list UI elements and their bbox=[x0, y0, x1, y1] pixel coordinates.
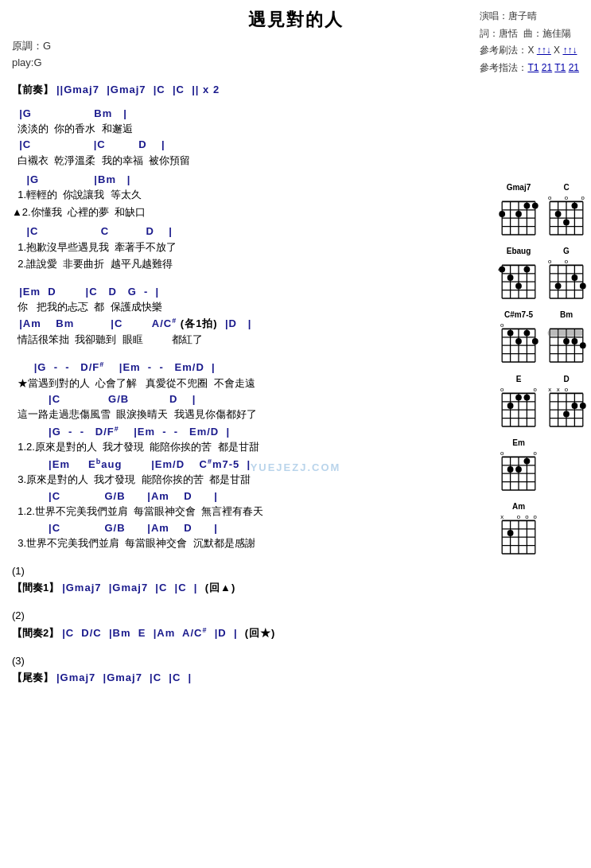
lyric-dandande: 淡淡的 你的香水 和邂逅 bbox=[12, 121, 579, 137]
singer: 演唱：唐子晴 bbox=[480, 8, 579, 25]
bm-grid bbox=[546, 321, 587, 366]
svg-point-10 bbox=[499, 211, 505, 217]
chord-diagram-csharpm75: C#m7-5 o bbox=[498, 310, 539, 366]
chord-diagram-d: D x x o bbox=[546, 375, 587, 430]
chord-am-bm-c-ac: |Am Bm |C A/C# (各1拍) |D | bbox=[12, 316, 579, 332]
meta-right: 演唱：唐子晴 詞：唐恬 曲：施佳陽 參考刷法：X ↑↑↓ X ↑↑↓ 參考指法：… bbox=[480, 8, 579, 76]
chord-chorus1: |G - - D/F# |Em - - Em/D | bbox=[12, 360, 579, 376]
svg-text:o: o bbox=[548, 194, 551, 201]
svg-point-149 bbox=[507, 530, 514, 536]
lyric-2-shui: 2.誰說愛 非要曲折 越平凡越難得 bbox=[12, 256, 579, 272]
svg-point-42 bbox=[507, 274, 514, 281]
chord-chorus5: |C G/B |Am D | bbox=[12, 489, 579, 504]
svg-text:o: o bbox=[525, 513, 528, 520]
lyric-1-bao: 1.抱歉沒早些遇見我 牽著手不放了 bbox=[12, 239, 579, 255]
chord-row-5: Em o o bbox=[498, 438, 587, 494]
chord-row-1: Gmaj7 C bbox=[498, 183, 587, 239]
svg-text:o: o bbox=[581, 194, 585, 201]
ref-tab-1[interactable]: T1 bbox=[527, 62, 539, 73]
chord-diagram-em: Em o o bbox=[498, 438, 539, 494]
lyric-12-shi: 1.2.世界不完美我們並肩 每當眼神交會 無言裡有春天 bbox=[12, 504, 579, 520]
ref-tab-3[interactable]: T1 bbox=[554, 62, 566, 73]
svg-text:x: x bbox=[548, 385, 551, 392]
svg-point-57 bbox=[555, 283, 562, 290]
svg-point-58 bbox=[571, 274, 577, 281]
svg-text:o: o bbox=[534, 513, 537, 520]
svg-point-119 bbox=[580, 403, 586, 409]
svg-point-71 bbox=[507, 330, 514, 337]
svg-rect-85 bbox=[548, 330, 583, 337]
svg-point-134 bbox=[523, 457, 530, 464]
svg-text:o: o bbox=[517, 513, 520, 520]
chord-row-6: Am x o o o bbox=[498, 502, 587, 558]
interlude1-num: (1) bbox=[12, 563, 579, 579]
svg-text:o: o bbox=[500, 321, 504, 329]
lyricist-composer: 詞：唐恬 曲：施佳陽 bbox=[480, 25, 579, 43]
em-grid: o o bbox=[498, 449, 539, 494]
ebaug-grid: 4 bbox=[498, 257, 539, 302]
svg-point-43 bbox=[515, 283, 522, 290]
verse1-chord1: |G Bm | 淡淡的 你的香水 和邂逅 |C |C D | 白襯衣 乾淨溫柔 … bbox=[12, 107, 579, 168]
ref-tab-2[interactable]: 21 bbox=[542, 62, 552, 73]
svg-point-118 bbox=[563, 411, 570, 417]
chord-chorus3: |G - - D/F# |Em - - Em/D | bbox=[12, 424, 579, 440]
chord-diagram-e: E o o bbox=[498, 375, 539, 430]
svg-text:o: o bbox=[548, 258, 551, 265]
interlude1-tag: 【間奏1】 bbox=[12, 582, 59, 594]
svg-text:o: o bbox=[565, 194, 568, 201]
chord-diagram-gmaj7: Gmaj7 bbox=[498, 183, 539, 239]
am-grid: x o o o bbox=[498, 512, 539, 558]
lyric-star-dang: ★當遇到對的人 心會了解 真愛從不兜圈 不會走遠 bbox=[12, 376, 579, 391]
svg-point-74 bbox=[532, 338, 539, 344]
verse1-chord3: |C C D | 1.抱歉沒早些遇見我 牽著手不放了 2.誰說愛 非要曲折 越平… bbox=[12, 224, 579, 271]
svg-point-72 bbox=[515, 338, 522, 344]
svg-point-87 bbox=[571, 338, 577, 344]
ref-strum-2[interactable]: ↑↑↓ bbox=[562, 45, 577, 56]
d-grid: x x o bbox=[546, 385, 587, 430]
svg-text:o: o bbox=[534, 450, 537, 457]
chord-c-c-d2: |C C D | bbox=[12, 224, 579, 239]
lyric-2-dong: ▲2.你懂我 心裡的夢 和缺口 bbox=[12, 204, 579, 220]
lyric-qinghua: 情話很笨拙 我卻聽到 眼眶 都紅了 bbox=[12, 332, 579, 348]
chord-row-4: E o o D bbox=[498, 375, 587, 430]
outro-tag: 【尾奏】 bbox=[12, 671, 53, 683]
svg-point-73 bbox=[523, 330, 530, 337]
g-grid: o o bbox=[546, 257, 587, 302]
lyric-bai-chen: 白襯衣 乾淨溫柔 我的幸福 被你預留 bbox=[12, 153, 579, 169]
svg-point-41 bbox=[499, 267, 505, 273]
svg-point-117 bbox=[571, 403, 577, 409]
svg-point-86 bbox=[563, 338, 570, 344]
lyric-12-yuan: 1.2.原來是對的人 我才發現 能陪你挨的苦 都是甘甜 bbox=[12, 439, 579, 455]
svg-text:o: o bbox=[500, 385, 504, 392]
lyric-ni: 你 把我的忐忑 都 保護成快樂 bbox=[12, 299, 579, 315]
intro-chords: ||Gmaj7 |Gmaj7 |C |C || x 2 bbox=[56, 84, 220, 95]
chord-row-3: C#m7-5 o Bm bbox=[498, 310, 587, 366]
lyric-zhe-lu: 這一路走過悲傷風雪 眼淚換晴天 我遇見你傷都好了 bbox=[12, 407, 579, 422]
svg-text:o: o bbox=[565, 385, 568, 392]
svg-point-11 bbox=[523, 203, 530, 209]
c-grid: o o o bbox=[546, 193, 587, 239]
chord-chorus2: |C G/B D | bbox=[12, 392, 579, 407]
chord-chorus6: |C G/B |Am D | bbox=[12, 521, 579, 535]
ref-strum-1[interactable]: ↑↑↓ bbox=[537, 45, 551, 56]
svg-text:o: o bbox=[565, 258, 568, 265]
pre-chorus: |Em D |C D G - | 你 把我的忐忑 都 保護成快樂 |Am Bm … bbox=[12, 285, 579, 348]
interlude2-tag: 【間奏2】 bbox=[12, 627, 59, 639]
chord-chorus4: |Em Ebaug |Em/D C#m7-5 | bbox=[12, 457, 579, 473]
csharpm75-grid: o bbox=[498, 321, 539, 366]
interlude2-chords: |C D/C |Bm E |Am A/C# |D | (回★) bbox=[62, 627, 275, 639]
outro-num: (3) bbox=[12, 653, 579, 669]
svg-point-29 bbox=[563, 219, 570, 225]
svg-point-28 bbox=[571, 203, 577, 209]
chord-diagram-c: C o o o bbox=[546, 183, 587, 239]
interlude1-paren: (1) 【間奏1】 |Gmaj7 |Gmaj7 |C |C | (回▲) bbox=[12, 563, 579, 595]
svg-point-59 bbox=[580, 283, 586, 290]
chord-em-d-c-d-g: |Em D |C D G - | bbox=[12, 285, 579, 299]
ref-tab-4[interactable]: 21 bbox=[569, 62, 579, 73]
svg-point-27 bbox=[555, 211, 562, 217]
svg-point-103 bbox=[523, 394, 530, 400]
chord-diagram-g: G o o bbox=[546, 247, 587, 302]
lyric-3-shi: 3.世界不完美我們並肩 每當眼神交會 沉默都是感謝 bbox=[12, 535, 579, 551]
chord-g-bm2: |G |Bm | bbox=[12, 173, 579, 187]
svg-text:o: o bbox=[500, 450, 504, 457]
